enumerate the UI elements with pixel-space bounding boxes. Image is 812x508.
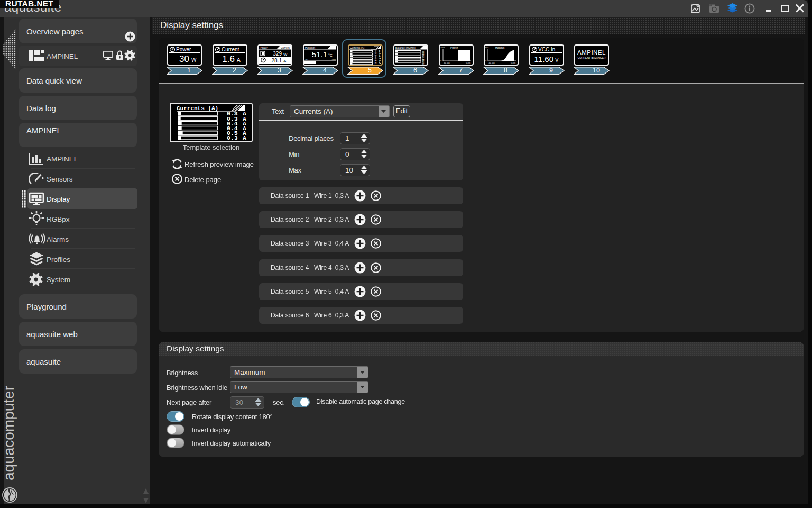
svg-text:16 t: 16 t xyxy=(305,59,308,61)
svg-text:Current: Current xyxy=(281,46,290,49)
svg-text:329: 329 xyxy=(273,51,282,57)
svg-text:-60 -50s: -60 -50s xyxy=(488,62,495,64)
svg-text:Balance (mOhm): Balance (mOhm) xyxy=(395,46,416,49)
svg-text:°C: °C xyxy=(328,53,333,57)
svg-text:0: 0 xyxy=(440,60,441,62)
svg-text:11.60: 11.60 xyxy=(534,55,553,64)
svg-text:Power: Power xyxy=(450,46,458,49)
svg-text:A: A xyxy=(379,55,381,57)
svg-text:1.6: 1.6 xyxy=(222,54,235,64)
svg-text:0.3: 0.3 xyxy=(374,62,377,65)
svg-text:100%: 100% xyxy=(440,47,445,49)
svg-text:V: V xyxy=(555,57,559,63)
svg-text:0 -00s: 0 -00s xyxy=(511,62,515,64)
svg-text:Currents (A): Currents (A) xyxy=(177,105,218,112)
svg-text:VCC In: VCC In xyxy=(538,47,555,52)
svg-text:Current: Current xyxy=(222,47,239,52)
svg-text:A: A xyxy=(379,60,381,61)
svg-text:0.3: 0.3 xyxy=(227,134,238,141)
svg-text:A: A xyxy=(283,59,287,64)
svg-text:Hotspot: Hotspot xyxy=(305,46,315,49)
svg-text:0: 0 xyxy=(485,60,486,62)
svg-text:W: W xyxy=(191,57,197,63)
svg-text:A: A xyxy=(379,50,381,52)
svg-text:A: A xyxy=(379,58,381,59)
svg-text:30: 30 xyxy=(179,54,189,64)
svg-text:-60 -50s: -60 -50s xyxy=(444,62,450,64)
svg-text:0 -00s: 0 -00s xyxy=(466,62,470,64)
svg-text:60°C: 60°C xyxy=(485,47,490,49)
svg-text:148 t: 148 t xyxy=(331,59,336,61)
svg-text:Currents (A): Currents (A) xyxy=(350,46,365,49)
svg-text:Power: Power xyxy=(176,47,191,52)
svg-text:A: A xyxy=(237,57,241,63)
svg-text:Hotspot: Hotspot xyxy=(495,46,505,49)
svg-text:39.0: 39.0 xyxy=(422,61,424,65)
svg-text:W: W xyxy=(283,52,288,57)
svg-text:A: A xyxy=(379,53,381,55)
svg-text:A: A xyxy=(243,134,246,141)
svg-text:28.1: 28.1 xyxy=(272,58,282,64)
svg-text:CURRENT BALANCER: CURRENT BALANCER xyxy=(578,56,606,59)
svg-text:A: A xyxy=(379,62,381,64)
svg-text:Power: Power xyxy=(260,46,268,49)
svg-text:51.1: 51.1 xyxy=(312,50,327,59)
svg-text:AMPINEL: AMPINEL xyxy=(577,49,606,56)
